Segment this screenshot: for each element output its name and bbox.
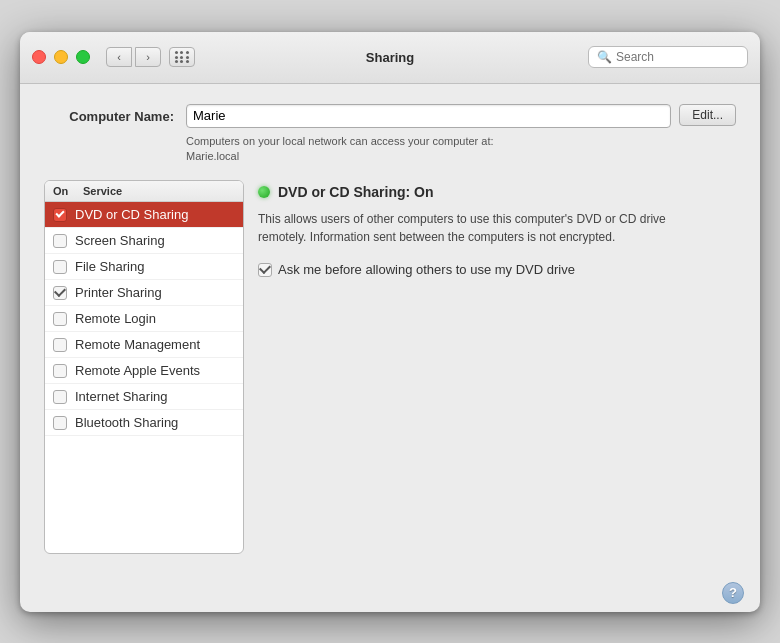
forward-button[interactable]: › [135,47,161,67]
computer-name-input-row: Edit... [186,104,736,128]
search-box[interactable]: 🔍 [588,46,748,68]
content: Computer Name: Edit... Computers on your… [20,84,760,574]
search-input[interactable] [616,50,739,64]
list-item[interactable]: Screen Sharing [45,228,243,254]
minimize-button[interactable] [54,50,68,64]
ask-before-option-label: Ask me before allowing others to use my … [278,262,575,277]
service-checkbox-printer[interactable] [53,286,67,300]
computer-name-input[interactable] [186,104,671,128]
service-items: DVD or CD Sharing Screen Sharing File Sh… [45,202,243,552]
service-checkbox-bluetooth[interactable] [53,416,67,430]
detail-panel: DVD or CD Sharing: On This allows users … [258,180,736,553]
maximize-button[interactable] [76,50,90,64]
service-name-remote-mgmt: Remote Management [75,337,200,352]
header-service: Service [83,185,122,197]
computer-name-info: Computers on your local network can acce… [186,134,736,165]
list-item[interactable]: Internet Sharing [45,384,243,410]
detail-status-title: DVD or CD Sharing: On [278,184,434,200]
close-button[interactable] [32,50,46,64]
service-checkbox-remote-mgmt[interactable] [53,338,67,352]
computer-name-right: Edit... Computers on your local network … [186,104,736,165]
grid-icon [175,51,190,63]
nav-buttons: ‹ › [106,47,161,67]
list-item[interactable]: Remote Apple Events [45,358,243,384]
main-panel: On Service DVD or CD Sharing Screen Sha [44,180,736,553]
list-item[interactable]: Bluetooth Sharing [45,410,243,436]
list-item[interactable]: Remote Login [45,306,243,332]
window-title: Sharing [366,50,414,65]
service-name-internet: Internet Sharing [75,389,168,404]
computer-name-label: Computer Name: [44,104,174,124]
service-checkbox-file[interactable] [53,260,67,274]
service-checkbox-screen[interactable] [53,234,67,248]
ask-before-option-checkbox[interactable] [258,263,272,277]
service-checkbox-internet[interactable] [53,390,67,404]
detail-description: This allows users of other computers to … [258,210,736,246]
help-button[interactable]: ? [722,582,744,604]
service-name-remote-events: Remote Apple Events [75,363,200,378]
service-name-file: File Sharing [75,259,144,274]
service-checkbox-remote-events[interactable] [53,364,67,378]
list-item[interactable]: DVD or CD Sharing [45,202,243,228]
window: ‹ › Sharing 🔍 Computer Name: Edit... [20,32,760,612]
service-name-bluetooth: Bluetooth Sharing [75,415,178,430]
header-on: On [53,185,83,197]
traffic-lights [32,50,90,64]
service-name-dvd: DVD or CD Sharing [75,207,188,222]
service-list-header: On Service [45,181,243,202]
list-item[interactable]: File Sharing [45,254,243,280]
titlebar: ‹ › Sharing 🔍 [20,32,760,84]
grid-view-button[interactable] [169,47,195,67]
service-list: On Service DVD or CD Sharing Screen Sha [44,180,244,553]
computer-name-section: Computer Name: Edit... Computers on your… [44,104,736,165]
list-item[interactable]: Printer Sharing [45,280,243,306]
service-name-remote-login: Remote Login [75,311,156,326]
service-name-screen: Screen Sharing [75,233,165,248]
status-dot-green [258,186,270,198]
service-checkbox-dvd[interactable] [53,208,67,222]
search-icon: 🔍 [597,50,612,64]
list-item[interactable]: Remote Management [45,332,243,358]
detail-option-row[interactable]: Ask me before allowing others to use my … [258,262,736,277]
back-button[interactable]: ‹ [106,47,132,67]
edit-button[interactable]: Edit... [679,104,736,126]
service-checkbox-remote-login[interactable] [53,312,67,326]
service-name-printer: Printer Sharing [75,285,162,300]
bottom-bar: ? [20,574,760,612]
detail-status-row: DVD or CD Sharing: On [258,184,736,200]
